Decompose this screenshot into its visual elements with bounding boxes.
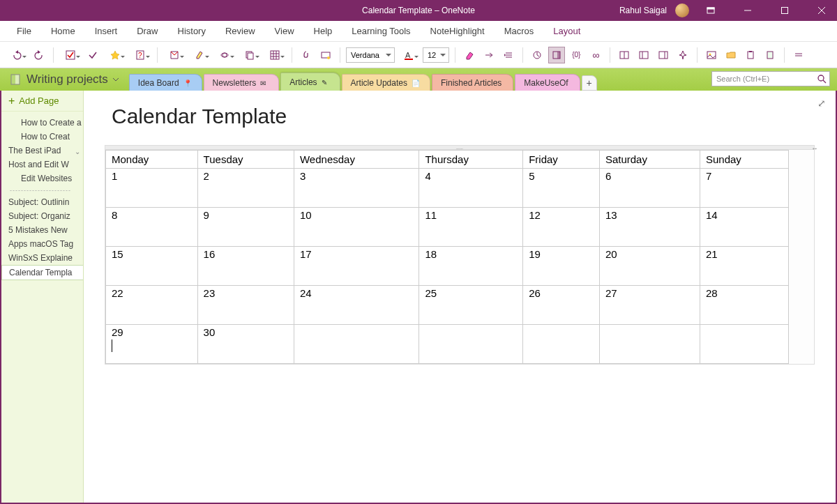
calendar-cell[interactable]: 22: [106, 286, 198, 325]
page-item[interactable]: Calendar Templa: [1, 265, 83, 280]
page-item[interactable]: WinSxS Explaine: [1, 251, 83, 265]
page-item[interactable]: Subject: Outlinin: [1, 195, 83, 209]
calendar-cell[interactable]: 5: [523, 169, 600, 208]
indent-button[interactable]: [500, 47, 517, 63]
page-item[interactable]: 5 Mistakes New: [1, 223, 83, 237]
menu-draw[interactable]: Draw: [127, 21, 167, 41]
calendar-cell[interactable]: 20: [599, 247, 700, 286]
calendar-header[interactable]: Sunday: [700, 151, 789, 169]
sync-button[interactable]: [529, 47, 545, 63]
tab-idea-board[interactable]: Idea Board📍: [129, 74, 202, 91]
calendar-header[interactable]: Wednesday: [294, 151, 418, 169]
calendar-cell[interactable]: 27: [599, 286, 700, 325]
calendar-cell[interactable]: 1: [106, 169, 198, 208]
calendar-cell[interactable]: 30: [197, 325, 294, 364]
table-button[interactable]: [264, 47, 286, 63]
page-item[interactable]: How to Creat: [1, 130, 83, 144]
screen-clipping-button[interactable]: [317, 47, 334, 63]
important-tag-button[interactable]: [104, 47, 126, 63]
undo-button[interactable]: [6, 47, 28, 63]
calendar-cell[interactable]: 15: [106, 247, 198, 286]
copy-button[interactable]: [239, 47, 261, 63]
calendar-cell[interactable]: 12: [523, 208, 600, 247]
calendar-cell[interactable]: [294, 325, 418, 364]
tab-newsletters[interactable]: Newsletters✉: [204, 74, 280, 91]
link-button[interactable]: [213, 47, 236, 63]
tab-finished-articles[interactable]: Finished Articles: [432, 74, 513, 91]
notebook-selector[interactable]: Writing projects: [6, 70, 123, 89]
check-icon[interactable]: [84, 47, 101, 63]
calendar-header[interactable]: Saturday: [599, 151, 700, 169]
user-avatar[interactable]: [675, 3, 689, 17]
arrow-right-icon[interactable]: [481, 47, 497, 63]
calendar-cell[interactable]: 21: [700, 247, 789, 286]
menu-layout[interactable]: Layout: [543, 21, 590, 41]
menu-review[interactable]: Review: [216, 21, 265, 41]
user-name[interactable]: Rahul Saigal: [619, 6, 667, 15]
calendar-header[interactable]: Thursday: [419, 151, 523, 169]
search-input[interactable]: Search (Ctrl+E): [711, 71, 830, 86]
calendar-cell[interactable]: [419, 325, 523, 364]
page-item[interactable]: Edit Websites: [1, 171, 83, 185]
close-button[interactable]: [806, 0, 837, 21]
font-size-select[interactable]: 12: [423, 47, 449, 63]
calendar-cell[interactable]: 13: [599, 208, 700, 247]
calendar-cell[interactable]: 28: [700, 286, 789, 325]
page-item[interactable]: How to Create a: [1, 116, 83, 130]
calendar-table[interactable]: MondayTuesdayWednesdayThursdayFridaySatu…: [105, 150, 789, 364]
font-name-select[interactable]: Verdana: [346, 47, 395, 63]
redo-button[interactable]: [31, 47, 47, 63]
container-resize-handle[interactable]: ↔: [811, 144, 818, 152]
calendar-cell[interactable]: [700, 325, 789, 364]
page-title[interactable]: Calendar Template: [112, 105, 815, 128]
menu-macros[interactable]: Macros: [495, 21, 544, 41]
menu-insert[interactable]: Insert: [85, 21, 128, 41]
picture-button[interactable]: [703, 47, 720, 63]
dock-button[interactable]: [548, 47, 565, 63]
calendar-cell[interactable]: 9: [197, 208, 294, 247]
fullscreen-icon[interactable]: ⤢: [817, 98, 826, 109]
menu-help[interactable]: Help: [304, 21, 342, 41]
layout3-button[interactable]: [655, 47, 672, 63]
ribbon-display-options[interactable]: [695, 0, 726, 21]
menu-home[interactable]: Home: [41, 21, 85, 41]
tab-articles[interactable]: Articles✎: [280, 72, 340, 91]
menu-learning-tools[interactable]: Learning Tools: [342, 21, 420, 41]
add-page-button[interactable]: + Add Page: [1, 91, 83, 112]
calendar-cell[interactable]: 23: [197, 286, 294, 325]
menu-view[interactable]: View: [265, 21, 304, 41]
tab-article-updates[interactable]: Article Updates📄: [342, 74, 430, 91]
calendar-header[interactable]: Tuesday: [197, 151, 294, 169]
maximize-button[interactable]: [769, 0, 800, 21]
calendar-cell[interactable]: 18: [419, 247, 523, 286]
calendar-cell[interactable]: 25: [419, 286, 523, 325]
calendar-cell[interactable]: 7: [700, 169, 789, 208]
calendar-cell[interactable]: 17: [294, 247, 418, 286]
calendar-cell[interactable]: 26: [523, 286, 600, 325]
page-item[interactable]: Apps macOS Tag: [1, 237, 83, 251]
calendar-cell[interactable]: [523, 325, 600, 364]
minimize-button[interactable]: [732, 0, 763, 21]
calendar-cell[interactable]: 11: [419, 208, 523, 247]
calendar-cell[interactable]: 3: [294, 169, 418, 208]
calendar-cell[interactable]: 16: [197, 247, 294, 286]
outlook-task-button[interactable]: [163, 47, 186, 63]
folder-button[interactable]: [723, 47, 739, 63]
page-item[interactable]: The Best iPad⌄: [1, 144, 83, 158]
page-item[interactable]: Subject: Organiz: [1, 209, 83, 223]
attach-button[interactable]: [298, 47, 315, 63]
calendar-cell[interactable]: 2: [197, 169, 294, 208]
calendar-cell[interactable]: 29: [106, 325, 198, 364]
todo-tag-button[interactable]: [59, 47, 82, 63]
layout1-button[interactable]: [616, 47, 633, 63]
question-tag-button[interactable]: ?: [129, 47, 151, 63]
page-item[interactable]: Host and Edit W: [1, 158, 83, 171]
menu-file[interactable]: File: [7, 21, 41, 41]
tab-makeuseof[interactable]: MakeUseOf: [515, 74, 580, 91]
collapse-ribbon-button[interactable]: [790, 47, 807, 63]
calendar-cell[interactable]: 19: [523, 247, 600, 286]
calendar-cell[interactable]: 24: [294, 286, 418, 325]
calendar-cell[interactable]: 8: [106, 208, 198, 247]
calendar-container[interactable]: ┄┄ ↔ MondayTuesdayWednesdayThursdayFrida…: [105, 145, 815, 365]
layout2-button[interactable]: [635, 47, 652, 63]
